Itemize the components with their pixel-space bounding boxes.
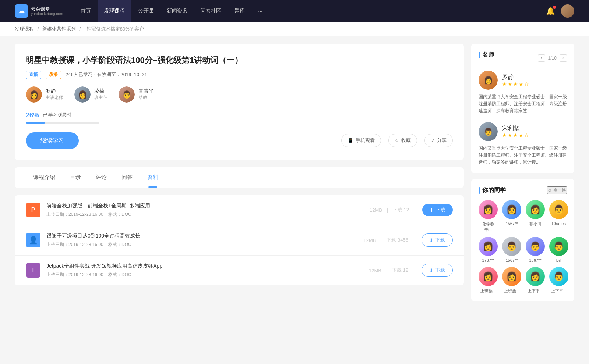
classmate-7-avatar: 👨 bbox=[526, 237, 545, 256]
teacher-2-name: 凌荷 bbox=[94, 88, 107, 94]
course-header-card: 明星中教授课，小学阶段语法100分–强化级第1讲动词（一） 直播 录播 246人… bbox=[15, 44, 464, 160]
resource-3-info: Jetpack全组件实战 开发短视频应用高仿皮皮虾App 上传日期：2019-1… bbox=[46, 263, 363, 278]
user-avatar[interactable] bbox=[561, 4, 574, 18]
classmate-5-avatar: 👩 bbox=[479, 237, 498, 256]
btn-actions: 📱 手机观看 ☆ 收藏 ↗ 分享 bbox=[341, 134, 453, 147]
resource-1-icon: P bbox=[26, 203, 40, 217]
progress-pct: 26% bbox=[26, 111, 39, 119]
nav-home[interactable]: 首页 bbox=[74, 0, 98, 22]
nav-more[interactable]: ··· bbox=[251, 0, 269, 22]
nav-discover[interactable]: 发现课程 bbox=[98, 0, 131, 22]
logo[interactable]: ☁ 云朵课堂 yunduo ketang.com bbox=[15, 4, 63, 18]
sidebar-teacher-2-img: 👨 bbox=[479, 122, 498, 141]
resource-3-downloads: 下载 12 bbox=[392, 267, 408, 274]
mobile-watch-button[interactable]: 📱 手机观看 bbox=[341, 134, 381, 147]
resource-2-stats: 12MB ｜ 下载 3456 bbox=[363, 237, 408, 243]
logo-sub: yunduo ketang.com bbox=[31, 12, 63, 16]
classmates-header: 你的同学 ↻ 换一换 bbox=[479, 186, 567, 194]
breadcrumb-series[interactable]: 新媒体营销系列 bbox=[42, 26, 76, 32]
mobile-icon: 📱 bbox=[348, 138, 353, 143]
collect-button[interactable]: ☆ 收藏 bbox=[388, 134, 417, 147]
classmate-8-avatar: 👨 bbox=[549, 237, 568, 256]
sidebar-teacher-2-header: 👨 宋利坚 ★★★★☆ bbox=[479, 122, 567, 141]
tab-intro[interactable]: 课程介绍 bbox=[26, 167, 63, 188]
classmate-10-avatar: 👩 bbox=[502, 267, 521, 286]
classmate-6: 👨 1567** bbox=[502, 237, 521, 263]
progress-bar-fill bbox=[26, 122, 45, 124]
classmate-4-name: Charles bbox=[552, 221, 566, 226]
resource-2-size: 12MB bbox=[363, 238, 376, 243]
classmate-2-name: 1567** bbox=[505, 221, 518, 226]
classmate-7-name: 1867** bbox=[529, 258, 541, 263]
teachers-sidebar-title: 名师 bbox=[479, 51, 494, 59]
resource-item-1: P 前端全栈加强版！前端全栈+全周期+多端应用 上传日期：2019-12-28 … bbox=[15, 195, 464, 225]
classmate-6-name: 1567** bbox=[505, 258, 518, 263]
sidebar-teacher-1-header: 👩 罗静 ★★★★☆ bbox=[479, 71, 567, 90]
classmate-12: 👨 上下平... bbox=[549, 267, 568, 294]
tab-review[interactable]: 评论 bbox=[88, 167, 114, 188]
classmate-10-name: 上班族... bbox=[504, 288, 519, 294]
resource-2-downloads: 下载 3456 bbox=[387, 237, 408, 243]
teacher-1-name: 罗静 bbox=[46, 88, 63, 94]
tab-qa[interactable]: 问答 bbox=[114, 167, 140, 188]
classmates-sidebar-card: 你的同学 ↻ 换一换 👩 化学教书... 👩 1567** 👩 bbox=[471, 179, 574, 301]
logo-icon: ☁ bbox=[15, 4, 28, 18]
sidebar-teacher-1-img: 👩 bbox=[479, 71, 498, 90]
nav-qa[interactable]: 问答社区 bbox=[194, 0, 228, 22]
resource-item-3: T Jetpack全组件实战 开发短视频应用高仿皮皮虾App 上传日期：2019… bbox=[15, 256, 464, 285]
breadcrumb-sep1: / bbox=[38, 26, 40, 32]
resource-3-download-button[interactable]: ⬇下载 bbox=[422, 264, 453, 277]
nav-news[interactable]: 新闻资讯 bbox=[160, 0, 194, 22]
resource-2-download-button[interactable]: ⬇下载 bbox=[422, 233, 453, 247]
sidebar-teacher-2: 👨 宋利坚 ★★★★☆ 国内某重点大学安全工程专业硕士，国家一级注册消防工程师、… bbox=[479, 122, 567, 166]
classmate-5-name: 1767** bbox=[482, 258, 494, 263]
teacher-2-avatar-img: 👩 bbox=[74, 86, 91, 103]
teacher-1-avatar-img: 👩 bbox=[26, 86, 42, 103]
refresh-classmates-button[interactable]: ↻ 换一换 bbox=[547, 186, 567, 194]
prev-teacher-button[interactable]: ‹ bbox=[538, 54, 545, 62]
classmate-8-name: Bill bbox=[556, 258, 562, 263]
resource-2-info: 跟随千万级项目从0到100全过程高效成长 上传日期：2019-12-28 16:… bbox=[46, 233, 357, 248]
tab-catalog[interactable]: 目录 bbox=[63, 167, 88, 188]
breadcrumb-discover[interactable]: 发现课程 bbox=[15, 26, 34, 32]
resource-3-icon: T bbox=[26, 263, 40, 278]
main-container: 明星中教授课，小学阶段语法100分–强化级第1讲动词（一） 直播 录播 246人… bbox=[0, 36, 589, 314]
nav-items: 首页 发现课程 公开课 新闻资讯 问答社区 题库 ··· bbox=[74, 0, 546, 22]
resource-item-2: 👤 跟随千万级项目从0到100全过程高效成长 上传日期：2019-12-28 1… bbox=[15, 225, 464, 256]
teacher-3-avatar-img: 👨 bbox=[119, 86, 135, 103]
classmate-12-avatar: 👨 bbox=[549, 267, 568, 286]
course-meta-text: 246人已学习 · 有效期至：2019–10–21 bbox=[66, 71, 147, 78]
classmates-grid: 👩 化学教书... 👩 1567** 👩 张小田 👨 Charles 👩 bbox=[479, 200, 567, 294]
classmate-11-avatar: 👩 bbox=[526, 267, 545, 286]
classmate-2-avatar: 👩 bbox=[502, 200, 521, 219]
share-button[interactable]: ↗ 分享 bbox=[424, 134, 453, 147]
classmate-11: 👩 上下平... bbox=[526, 267, 545, 294]
action-row: 继续学习 📱 手机观看 ☆ 收藏 ↗ 分享 bbox=[26, 132, 453, 149]
breadcrumb: 发现课程 / 新媒体营销系列 / 销冠修炼术搞定80%的客户 bbox=[0, 22, 589, 36]
teacher-2: 👩 凌荷 班主任 bbox=[74, 86, 107, 103]
share-icon: ↗ bbox=[431, 138, 435, 143]
resource-2-icon: 👤 bbox=[26, 233, 40, 247]
resource-2-meta: 上传日期：2019-12-28 16:00 格式：DOC bbox=[46, 242, 357, 248]
bell-icon[interactable]: 🔔 bbox=[546, 7, 555, 15]
sidebar-teacher-2-name: 宋利坚 bbox=[502, 125, 530, 132]
notification-dot bbox=[553, 6, 556, 9]
classmate-6-avatar: 👨 bbox=[502, 237, 521, 256]
resource-1-download-button[interactable]: ⬇下载 bbox=[422, 204, 453, 216]
tab-resources[interactable]: 资料 bbox=[140, 167, 166, 188]
continue-study-button[interactable]: 继续学习 bbox=[26, 132, 79, 149]
sidebar-teacher-nav: ‹ 1/10 › bbox=[538, 54, 567, 62]
tabs-card: 课程介绍 目录 评论 问答 资料 bbox=[15, 167, 464, 188]
classmate-3-name: 张小田 bbox=[529, 221, 542, 227]
nav-public[interactable]: 公开课 bbox=[131, 0, 160, 22]
resource-2-name: 跟随千万级项目从0到100全过程高效成长 bbox=[46, 233, 357, 239]
course-meta: 直播 录播 246人已学习 · 有效期至：2019–10–21 bbox=[26, 71, 453, 79]
teacher-1: 👩 罗静 主讲老师 bbox=[26, 86, 63, 103]
next-teacher-button[interactable]: › bbox=[560, 54, 567, 62]
classmate-5: 👩 1767** bbox=[479, 237, 498, 263]
classmate-10: 👩 上班族... bbox=[502, 267, 521, 294]
breadcrumb-sep2: / bbox=[79, 26, 82, 32]
classmate-3: 👩 张小田 bbox=[526, 200, 545, 232]
classmate-1: 👩 化学教书... bbox=[479, 200, 498, 232]
nav-exam[interactable]: 题库 bbox=[228, 0, 251, 22]
